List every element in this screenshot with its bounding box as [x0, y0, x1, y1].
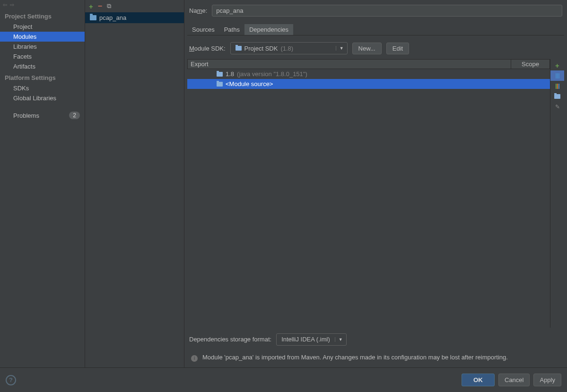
dependencies-table: Export Scope 1.8 (java version "1.8.0_15…	[187, 59, 550, 328]
module-sdk-combo[interactable]: Project SDK (1.8) ▼	[230, 42, 348, 54]
module-name-input[interactable]	[212, 5, 562, 17]
info-text: Module 'pcap_ana' is imported from Maven…	[202, 353, 508, 362]
module-item-pcap-ana[interactable]: pcap_ana	[85, 12, 184, 23]
add-dependency-button[interactable]: +	[550, 60, 564, 70]
problems-label: Problems	[13, 112, 39, 119]
sdk-row-icon	[217, 72, 223, 77]
dep-extra: (java version "1.8.0_151")	[237, 70, 307, 78]
storage-row: Dependencies storage format: IntelliJ ID…	[187, 328, 564, 351]
table-row[interactable]: 1.8 (java version "1.8.0_151")	[187, 69, 550, 79]
side-tool-3[interactable]	[550, 91, 564, 102]
module-toolbar: + − ⧉	[85, 0, 184, 12]
tab-sources[interactable]: Sources	[187, 24, 219, 35]
chevron-down-icon: ▼	[335, 337, 346, 342]
storage-format-combo[interactable]: IntelliJ IDEA (.iml) ▼	[276, 333, 347, 346]
dependencies-area: Export Scope 1.8 (java version "1.8.0_15…	[187, 59, 564, 328]
sidebar-item-problems[interactable]: Problems 2	[0, 109, 85, 121]
sidebar-item-global-libraries[interactable]: Global Libraries	[0, 93, 85, 103]
edit-dependency-button[interactable]: ✎	[550, 102, 564, 112]
info-icon: i	[191, 355, 198, 362]
info-row: i Module 'pcap_ana' is imported from Mav…	[187, 351, 564, 367]
sidebar-item-libraries[interactable]: Libraries	[0, 42, 85, 52]
help-button[interactable]: ?	[6, 375, 16, 385]
table-header: Export Scope	[187, 59, 550, 69]
folder-icon	[554, 94, 560, 99]
name-row: Name:	[187, 2, 564, 19]
sidebar-item-modules[interactable]: Modules	[0, 32, 85, 42]
nav-back-icon[interactable]: ⇦	[3, 2, 7, 8]
side-tool-2[interactable]	[550, 81, 564, 91]
table-row[interactable]: <Module source>	[187, 79, 550, 89]
side-buttons: + ✎	[550, 59, 564, 328]
module-sdk-label: Module SDK:	[189, 45, 226, 52]
tab-paths[interactable]: Paths	[219, 24, 244, 35]
cancel-button[interactable]: Cancel	[498, 374, 530, 386]
bottom-bar: ? OK Cancel Apply	[0, 367, 567, 392]
sidebar-item-artifacts[interactable]: Artifacts	[0, 61, 85, 71]
storage-label: Dependencies storage format:	[189, 336, 271, 343]
dep-name: 1.8	[226, 70, 234, 78]
side-tool-1[interactable]	[550, 70, 564, 81]
name-label: Name:	[189, 7, 207, 14]
module-folder-icon	[90, 15, 96, 20]
platform-settings-header: Platform Settings	[0, 71, 85, 83]
sidebar-item-sdks[interactable]: SDKs	[0, 83, 85, 93]
module-list: + − ⧉ pcap_ana	[85, 0, 184, 367]
sidebar-item-facets[interactable]: Facets	[0, 52, 85, 61]
sdk-version: (1.8)	[280, 45, 293, 52]
new-sdk-button[interactable]: New...	[352, 43, 382, 54]
module-source-icon	[217, 82, 223, 87]
remove-module-icon[interactable]: −	[98, 2, 102, 10]
chevron-down-icon: ▼	[336, 46, 347, 51]
tabs-row: Sources Paths Dependencies	[187, 24, 564, 35]
detail-panel: Name: Sources Paths Dependencies Module …	[184, 0, 567, 367]
sdk-value: Project SDK	[244, 45, 278, 52]
copy-module-icon[interactable]: ⧉	[107, 2, 111, 10]
project-settings-header: Project Settings	[0, 10, 85, 22]
col-scope-header[interactable]: Scope	[511, 60, 550, 69]
sidebar-item-project[interactable]: Project	[0, 22, 85, 32]
storage-value: IntelliJ IDEA (.iml)	[281, 336, 330, 343]
module-item-label: pcap_ana	[99, 14, 126, 21]
apply-button[interactable]: Apply	[533, 374, 561, 386]
main-area: ⇦ ⇨ Project Settings Project Modules Lib…	[0, 0, 567, 367]
problems-count-badge: 2	[69, 112, 80, 119]
table-body: 1.8 (java version "1.8.0_151") <Module s…	[187, 69, 550, 328]
add-module-icon[interactable]: +	[89, 2, 93, 10]
sidebar-left: ⇦ ⇨ Project Settings Project Modules Lib…	[0, 0, 85, 367]
bottom-buttons: OK Cancel Apply	[462, 374, 561, 386]
sdk-folder-icon	[236, 46, 242, 51]
edit-sdk-button[interactable]: Edit	[386, 43, 409, 54]
nav-forward-icon[interactable]: ⇨	[10, 2, 14, 8]
dep-name: <Module source>	[226, 80, 273, 87]
nav-arrows: ⇦ ⇨	[0, 0, 85, 10]
sdk-row: Module SDK: Project SDK (1.8) ▼ New... E…	[187, 35, 564, 59]
col-export-header[interactable]: Export	[188, 60, 511, 69]
ok-button[interactable]: OK	[462, 374, 495, 386]
tab-dependencies[interactable]: Dependencies	[244, 24, 293, 35]
